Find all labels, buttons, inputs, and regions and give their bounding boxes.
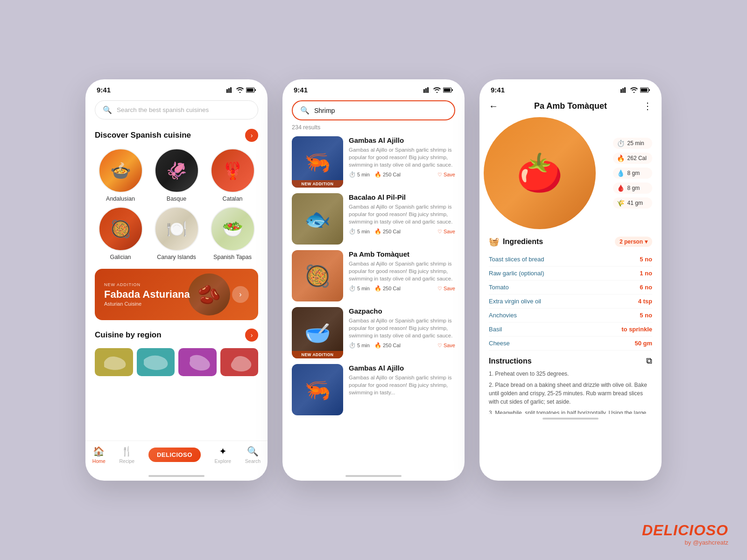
region-title: Cuisine by region (95, 330, 162, 340)
nav-recipe[interactable]: 🍴 Recipe (120, 446, 135, 464)
cuisine-andalusian[interactable]: 🍲 Andalusian (95, 148, 146, 202)
search-bar-active[interactable]: 🔍 Shrimp (292, 100, 455, 120)
time-2: 9:41 (294, 86, 308, 94)
recipe-desc-2: Gambas al Ajillo or Spanish garlic shrim… (349, 203, 455, 225)
cuisine-catalan[interactable]: 🦞 Catalan (207, 148, 258, 202)
ingredients-title: 🧺 Ingredients (489, 237, 543, 247)
promo-title: Fabada Asturiana (104, 289, 232, 300)
nav-explore[interactable]: ✦ Explore (215, 446, 232, 464)
home-indicator-2 (345, 475, 402, 477)
recipe-img-3: 🥘 (292, 250, 343, 301)
time-meta-2: ⏱️5 min (349, 228, 370, 235)
promo-banner[interactable]: 🫘 NEW ADDITION Fabada Asturiana Asturian… (95, 269, 258, 320)
new-badge-1: NEW ADDITION (292, 180, 343, 188)
discover-arrow[interactable]: › (245, 129, 258, 142)
recipe-item-5[interactable]: 🦐 Gambas Al Ajillo Gambas al Ajillo or S… (292, 364, 455, 415)
promo-sub: Asturian Cuisine (104, 301, 232, 307)
time-3: 9:41 (491, 86, 505, 94)
results-count: 234 results (292, 124, 455, 131)
cuisine-img-catalan: 🦞 (211, 148, 255, 193)
recipe-desc-3: Gambas al Ajillo or Spanish garlic shrim… (349, 260, 455, 282)
save-btn-1[interactable]: ♡ Save (437, 172, 455, 178)
svg-rect-13 (622, 88, 624, 93)
ing-row-7: Cheese 50 gm (489, 336, 652, 350)
nav-recipe-label: Recipe (120, 458, 135, 464)
discover-title: Discover Spanish cuisine (95, 131, 191, 140)
ingredients-header: 🧺 Ingredients 2 person ▾ (489, 237, 652, 247)
status-bar-2: 9:41 (282, 79, 465, 97)
region-map-1[interactable] (95, 348, 133, 376)
recipe-meta-3: ⏱️5 min 🔥250 Cal ♡ Save (349, 285, 455, 292)
save-btn-3[interactable]: ♡ Save (437, 286, 455, 292)
region-map-4[interactable] (220, 348, 259, 376)
search-value: Shrimp (314, 107, 335, 114)
promo-arrow-btn[interactable]: › (232, 286, 249, 303)
status-bar-1: 9:41 (85, 79, 268, 97)
nav-home[interactable]: 🏠 Home (92, 446, 106, 464)
svg-rect-6 (423, 89, 425, 93)
region-map-2[interactable] (137, 348, 175, 376)
save-btn-4[interactable]: ♡ Save (437, 343, 455, 349)
ingredients-section: 🧺 Ingredients 2 person ▾ Toast slices of… (479, 237, 662, 414)
ing-row-4: Extra virgin olive oil 4 tsp (489, 294, 652, 308)
copy-icon[interactable]: ⧉ (646, 356, 652, 366)
svg-rect-12 (620, 89, 622, 93)
screen-home: 9:41 🔍 Search the best spanish cuisines … (85, 79, 268, 481)
recipe-name-3: Pa Amb Tomàquet (349, 250, 455, 258)
time-meta-4: ⏱️5 min (349, 342, 370, 349)
ing-amount-4: 4 tsp (638, 298, 652, 305)
screen-detail: 9:41 ← Pa Amb Tomàquet ⋮ 🍅 ⏱️ 25 min 🔥 (479, 79, 662, 481)
svg-rect-8 (427, 87, 429, 93)
brand-name: DELICIOSO (642, 522, 728, 539)
detail-food-section: 🍅 ⏱️ 25 min 🔥 262 Cal 💧 8 gm 🩸 8 gm (479, 117, 662, 229)
time-1: 9:41 (97, 86, 111, 94)
cuisine-canary[interactable]: 🍽️ Canary Islands (151, 207, 202, 260)
cuisine-img-tapas: 🥗 (211, 207, 255, 251)
cal-meta-1: 🔥250 Cal (374, 171, 401, 178)
stat-carbs: 🌾 41 gm (613, 197, 652, 209)
back-icon[interactable]: ← (489, 101, 498, 112)
cuisine-img-canary: 🍽️ (155, 207, 199, 251)
promo-badge: NEW ADDITION (104, 282, 232, 287)
cuisine-label-andalusian: Andalusian (106, 196, 135, 202)
recipe-item-4[interactable]: 🥣 NEW ADDITION Gazpacho Gambas al Ajillo… (292, 307, 455, 358)
svg-rect-10 (444, 88, 451, 91)
nav-center-btn[interactable]: DELICIOSO (148, 448, 201, 462)
bottom-nav: 🏠 Home 🍴 Recipe DELICIOSO ✦ Explore 🔍 Se… (85, 441, 268, 471)
region-map-3[interactable] (178, 348, 217, 376)
cuisine-galician[interactable]: 🥘 Galician (95, 207, 146, 260)
promo-text: NEW ADDITION Fabada Asturiana Asturian C… (104, 282, 232, 307)
cuisine-label-basque: Basque (167, 196, 186, 202)
recipe-img-5: 🦐 (292, 364, 343, 415)
servings-select[interactable]: 2 person ▾ (615, 237, 652, 247)
search-bar[interactable]: 🔍 Search the best spanish cuisines (95, 100, 258, 119)
nav-center[interactable]: DELICIOSO (148, 448, 201, 462)
recipe-item-1[interactable]: 🦐 NEW ADDITION Gambas Al Ajillo Gambas a… (292, 136, 455, 188)
step-3: 3. Meanwhile, split tomatoes in half hor… (489, 409, 652, 414)
ing-row-2: Raw garlic (optional) 1 no (489, 266, 652, 280)
recipe-item-3[interactable]: 🥘 Pa Amb Tomàquet Gambas al Ajillo or Sp… (292, 250, 455, 301)
recipe-desc-5: Gambas al Ajillo or Spanish garlic shrim… (349, 374, 455, 396)
cuisine-label-canary: Canary Islands (157, 254, 196, 260)
more-icon[interactable]: ⋮ (643, 100, 652, 112)
step-1: 1. Preheat oven to 325 degrees. (489, 370, 652, 378)
ing-amount-2: 1 no (640, 270, 652, 277)
nav-home-label: Home (92, 458, 106, 464)
nav-search[interactable]: 🔍 Search (245, 446, 261, 464)
recipe-item-2[interactable]: 🐟 Bacalao Al Pil-Pil Gambas al Ajillo or… (292, 193, 455, 245)
save-btn-2[interactable]: ♡ Save (437, 229, 455, 235)
home-indicator-3 (543, 418, 599, 420)
status-bar-3: 9:41 (479, 79, 662, 97)
stat-cal: 🔥 262 Cal (613, 153, 652, 164)
svg-rect-11 (452, 89, 453, 91)
cuisine-img-andalusian: 🍲 (99, 148, 143, 193)
recipe-img-4: 🥣 NEW ADDITION (292, 307, 343, 358)
detail-stats: ⏱️ 25 min 🔥 262 Cal 💧 8 gm 🩸 8 gm 🌾 (613, 138, 652, 209)
cuisine-basque[interactable]: 🦑 Basque (151, 148, 202, 202)
region-maps (95, 348, 258, 376)
cuisine-tapas[interactable]: 🥗 Spanish Tapas (207, 207, 258, 260)
region-arrow[interactable]: › (245, 329, 258, 342)
recipe-name-4: Gazpacho (349, 307, 455, 315)
discover-section-header: Discover Spanish cuisine › (95, 129, 258, 142)
svg-rect-2 (230, 87, 232, 93)
